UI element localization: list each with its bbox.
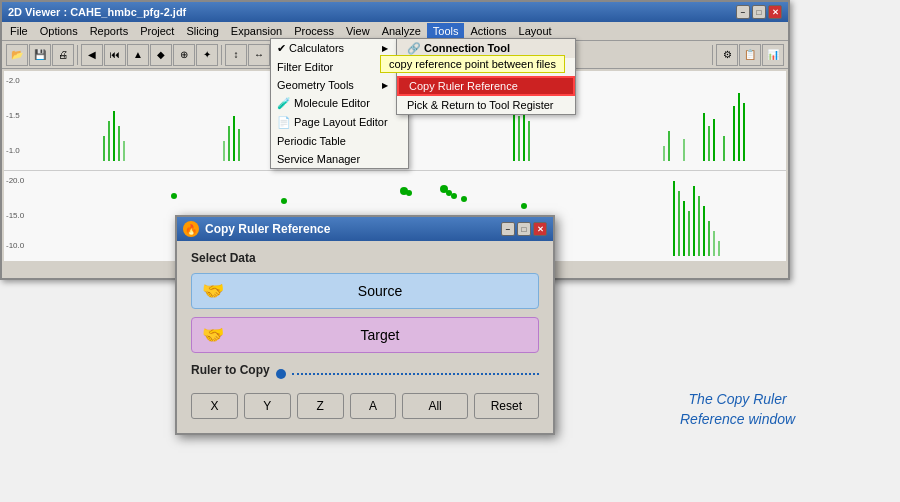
ruler-section: Ruler to Copy X Y Z A All Reset — [191, 363, 539, 419]
annotation: The Copy RulerReference window — [680, 390, 795, 429]
select-data-label: Select Data — [191, 251, 539, 265]
a-axis-btn[interactable]: A — [350, 393, 397, 419]
menu-expansion[interactable]: Expansion — [225, 23, 288, 39]
title-bar-buttons: − □ ✕ — [736, 5, 782, 19]
ruler-dot — [276, 369, 286, 379]
dialog-maximize-btn[interactable]: □ — [517, 222, 531, 236]
maximize-btn[interactable]: □ — [752, 5, 766, 19]
all-axis-btn[interactable]: All — [402, 393, 467, 419]
toolbar-btn-10[interactable]: ↕ — [225, 44, 247, 66]
menu-layout[interactable]: Layout — [513, 23, 558, 39]
axis2-mid-num: -15.0 — [6, 211, 24, 220]
dialog-body: Select Data 🤝 Source 🤝 Target Ruler to C… — [177, 241, 553, 433]
app-title: 2D Viewer : CAHE_hmbc_pfg-2.jdf — [8, 6, 186, 18]
axis2-bot-num: -10.0 — [6, 241, 24, 250]
axis-button-row: X Y Z A All Reset — [191, 393, 539, 419]
dialog-title-buttons: − □ ✕ — [501, 222, 547, 236]
toolbar-btn-14[interactable]: ⚙ — [716, 44, 738, 66]
toolbar-btn-16[interactable]: 📊 — [762, 44, 784, 66]
toolbar-btn-6[interactable]: ▲ — [127, 44, 149, 66]
menu-service-manager[interactable]: Service Manager — [271, 150, 408, 168]
copy-ruler-reference-dialog: 🔥 Copy Ruler Reference − □ ✕ Select Data… — [175, 215, 555, 435]
target-button[interactable]: 🤝 Target — [191, 317, 539, 353]
svg-point-25 — [171, 193, 177, 199]
x-axis-btn[interactable]: X — [191, 393, 238, 419]
menu-slicing[interactable]: Slicing — [180, 23, 224, 39]
toolbar-btn-7[interactable]: ◆ — [150, 44, 172, 66]
ruler-to-copy-label: Ruler to Copy — [191, 363, 270, 377]
menu-analyze[interactable]: Analyze — [376, 23, 427, 39]
menu-reports[interactable]: Reports — [84, 23, 135, 39]
axis-mid-num: -1.5 — [6, 111, 20, 120]
menu-page-layout-editor[interactable]: 📄 Page Layout Editor — [271, 113, 408, 132]
menu-project[interactable]: Project — [134, 23, 180, 39]
source-button[interactable]: 🤝 Source — [191, 273, 539, 309]
reset-btn[interactable]: Reset — [474, 393, 539, 419]
menu-view[interactable]: View — [340, 23, 376, 39]
ruler-dashes — [292, 373, 539, 375]
toolbar-btn-4[interactable]: ◀ — [81, 44, 103, 66]
toolbar-btn-2[interactable]: 💾 — [29, 44, 51, 66]
minimize-btn[interactable]: − — [736, 5, 750, 19]
copy-desc-banner: copy reference point between files — [380, 55, 565, 73]
svg-point-31 — [451, 193, 457, 199]
svg-point-26 — [281, 198, 287, 204]
annotation-text: The Copy RulerReference window — [680, 391, 795, 427]
axis2-top-num: -20.0 — [6, 176, 24, 185]
svg-point-33 — [521, 203, 527, 209]
toolbar-btn-3[interactable]: 🖨 — [52, 44, 74, 66]
target-icon: 🤝 — [202, 324, 224, 346]
svg-point-28 — [406, 190, 412, 196]
toolbar-btn-15[interactable]: 📋 — [739, 44, 761, 66]
close-btn[interactable]: ✕ — [768, 5, 782, 19]
app-title-bar: 2D Viewer : CAHE_hmbc_pfg-2.jdf − □ ✕ — [2, 2, 788, 22]
svg-point-32 — [461, 196, 467, 202]
menu-process[interactable]: Process — [288, 23, 340, 39]
menu-file[interactable]: File — [4, 23, 34, 39]
y-axis-btn[interactable]: Y — [244, 393, 291, 419]
dialog-minimize-btn[interactable]: − — [501, 222, 515, 236]
toolbar-btn-5[interactable]: ⏮ — [104, 44, 126, 66]
menu-actions[interactable]: Actions — [464, 23, 512, 39]
menu-tools[interactable]: Tools — [427, 23, 465, 39]
source-icon: 🤝 — [202, 280, 224, 302]
toolbar-btn-9[interactable]: ✦ — [196, 44, 218, 66]
submenu-pick-return[interactable]: Pick & Return to Tool Register — [397, 96, 575, 114]
ruler-label-row: Ruler to Copy — [191, 363, 539, 385]
menu-geometry-tools[interactable]: Geometry Tools — [271, 76, 408, 94]
target-label: Target — [232, 327, 528, 343]
z-axis-btn[interactable]: Z — [297, 393, 344, 419]
dialog-app-icon: 🔥 — [183, 221, 199, 237]
toolbar-btn-1[interactable]: 📂 — [6, 44, 28, 66]
menu-options[interactable]: Options — [34, 23, 84, 39]
toolbar-btn-11[interactable]: ↔ — [248, 44, 270, 66]
submenu-copy-ruler-reference[interactable]: Copy Ruler Reference — [397, 76, 575, 96]
axis-top-num: -2.0 — [6, 76, 20, 85]
dialog-title-text: Copy Ruler Reference — [205, 222, 330, 236]
toolbar-btn-8[interactable]: ⊕ — [173, 44, 195, 66]
source-label: Source — [232, 283, 528, 299]
dialog-close-btn[interactable]: ✕ — [533, 222, 547, 236]
dialog-title-bar: 🔥 Copy Ruler Reference − □ ✕ — [177, 217, 553, 241]
menu-periodic-table[interactable]: Periodic Table — [271, 132, 408, 150]
axis-bot-num: -1.0 — [6, 146, 20, 155]
connection-tool-submenu: 🔗 Connection Tool View Control Copy Rule… — [396, 38, 576, 115]
svg-point-30 — [446, 190, 452, 196]
dialog-title-left: 🔥 Copy Ruler Reference — [183, 221, 330, 237]
menu-molecule-editor[interactable]: 🧪 Molecule Editor — [271, 94, 408, 113]
